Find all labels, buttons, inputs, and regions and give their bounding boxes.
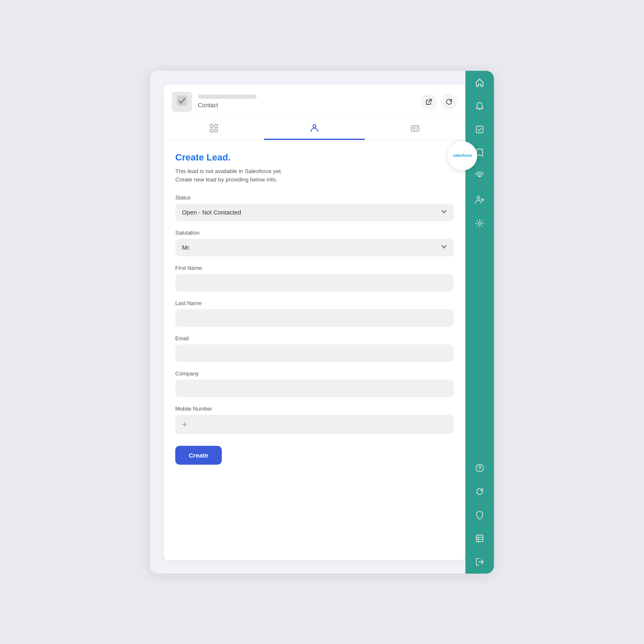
sidebar-icon-shield[interactable] [465, 503, 494, 527]
panel-tabs [164, 118, 465, 140]
contact-label: Contact [198, 102, 218, 109]
sidebar-icon-refresh[interactable] [465, 480, 494, 503]
sidebar-icon-tasks[interactable] [465, 118, 494, 141]
mobile-input-wrapper: + [175, 415, 454, 434]
outer-container: salesforce Contact [150, 71, 494, 574]
field-email: Email [175, 335, 454, 362]
label-first-name: First Name [175, 265, 454, 271]
label-email: Email [175, 335, 454, 341]
sidebar-icon-bell[interactable] [465, 94, 494, 118]
field-salutation: Salutation Mr. Ms. Mrs. Dr. Prof. [175, 230, 454, 256]
svg-point-15 [478, 222, 481, 225]
header-actions [421, 94, 457, 110]
label-mobile: Mobile Number [175, 406, 454, 412]
sidebar-icon-signout[interactable] [465, 550, 494, 574]
select-salutation[interactable]: Mr. Ms. Mrs. Dr. Prof. [175, 239, 454, 256]
sidebar-icon-settings[interactable] [465, 212, 494, 235]
panel-form: Create Lead. This lead is not available … [164, 140, 465, 560]
field-status: Status Open - Not Contacted Working - Co… [175, 194, 454, 221]
field-company: Company [175, 370, 454, 397]
svg-rect-0 [177, 96, 187, 106]
checkbox-icon [177, 95, 187, 109]
salesforce-bubble[interactable]: salesforce [448, 141, 477, 171]
input-first-name[interactable] [175, 274, 454, 292]
tab-card[interactable] [365, 118, 465, 140]
svg-rect-2 [215, 124, 218, 127]
svg-point-7 [413, 127, 415, 129]
svg-point-12 [477, 196, 480, 199]
tab-person[interactable] [264, 118, 365, 140]
label-salutation: Salutation [175, 230, 454, 236]
label-last-name: Last Name [175, 300, 454, 306]
mobile-plus-icon: + [182, 420, 187, 429]
input-company[interactable] [175, 380, 454, 397]
field-last-name: Last Name [175, 300, 454, 327]
form-title: Create Lead. [175, 152, 454, 163]
sidebar-icon-album[interactable] [465, 527, 494, 550]
sidebar-icon-help[interactable] [465, 456, 494, 480]
svg-rect-1 [210, 124, 213, 127]
external-link-button[interactable] [421, 94, 437, 110]
form-subtitle: This lead is not available in Salesforce… [175, 167, 454, 185]
sidebar-icon-home[interactable] [465, 71, 494, 94]
svg-rect-3 [210, 129, 213, 132]
select-salutation-wrapper: Mr. Ms. Mrs. Dr. Prof. [175, 239, 454, 256]
input-last-name[interactable] [175, 309, 454, 327]
svg-rect-18 [476, 535, 483, 542]
svg-rect-4 [215, 129, 218, 132]
sidebar-icon-add-person[interactable] [465, 188, 494, 212]
label-status: Status [175, 194, 454, 201]
input-mobile[interactable] [190, 421, 447, 428]
field-mobile: Mobile Number + [175, 406, 454, 434]
field-first-name: First Name [175, 265, 454, 292]
salesforce-bubble-text: salesforce [453, 153, 472, 158]
main-panel: Contact [164, 84, 465, 560]
select-status[interactable]: Open - Not Contacted Working - Contacted… [175, 204, 454, 221]
label-company: Company [175, 370, 454, 377]
svg-rect-10 [476, 126, 483, 133]
tab-grid[interactable] [164, 118, 264, 140]
select-status-wrapper: Open - Not Contacted Working - Contacted… [175, 204, 454, 221]
svg-point-5 [313, 125, 316, 128]
header-contact-info: Contact [198, 95, 421, 109]
input-email[interactable] [175, 344, 454, 362]
panel-header: Contact [164, 84, 465, 118]
header-checkbox-area [172, 92, 192, 112]
contact-name-placeholder [198, 95, 257, 99]
create-button[interactable]: Create [175, 446, 222, 465]
refresh-button[interactable] [441, 94, 457, 110]
svg-point-17 [479, 470, 480, 471]
